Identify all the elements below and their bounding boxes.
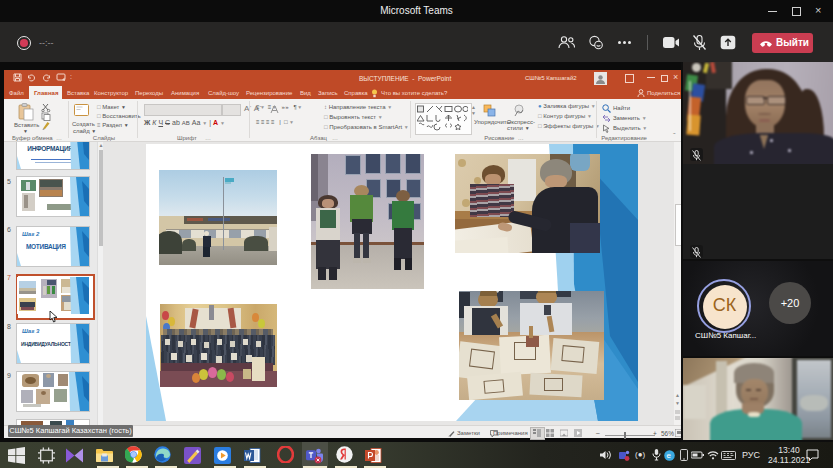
svg-text:e: e	[667, 451, 672, 460]
